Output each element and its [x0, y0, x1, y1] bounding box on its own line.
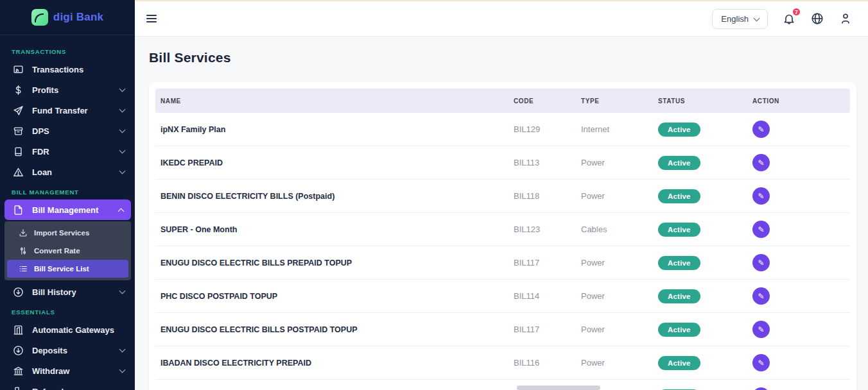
- cell-type: Cables: [576, 225, 653, 234]
- cell-status: Active: [653, 223, 747, 237]
- table-row: SUPER - One MonthBIL123CablesActive✎: [155, 213, 850, 246]
- menu-toggle-icon[interactable]: [146, 13, 157, 24]
- sidebar-item-transactions[interactable]: Transactions: [0, 59, 135, 80]
- language-label: English: [721, 14, 749, 24]
- cell-action: ✎: [747, 387, 850, 390]
- pencil-icon: ✎: [758, 225, 764, 234]
- horizontal-scrollbar-thumb[interactable]: [517, 386, 600, 390]
- status-badge: Active: [658, 356, 700, 370]
- bill-services-card: NAME CODE TYPE STATUS ACTION ipNX Family…: [149, 82, 856, 390]
- status-badge: Active: [658, 256, 700, 270]
- dollar-icon: [13, 85, 24, 96]
- cell-action: ✎: [747, 121, 850, 138]
- cell-action: ✎: [747, 254, 850, 271]
- topbar-actions: English 7: [712, 9, 853, 29]
- edit-button[interactable]: ✎: [752, 187, 770, 205]
- cell-type: Power: [576, 158, 653, 167]
- edit-button[interactable]: ✎: [752, 354, 770, 371]
- sidebar-item-label: Automatic Gateways: [32, 325, 125, 335]
- notifications-button[interactable]: 7: [782, 12, 796, 26]
- logo[interactable]: digi Bank: [0, 0, 135, 35]
- table-row: PHC DISCO POSTPAID TOPUPBIL114PowerActiv…: [155, 280, 850, 313]
- cell-name: ENUGU DISCO ELECTRIC BILLS PREPAID TOPUP: [155, 259, 508, 267]
- cell-code: BIL114: [508, 291, 576, 301]
- edit-button[interactable]: ✎: [752, 254, 770, 271]
- profile-button[interactable]: [838, 12, 853, 26]
- column-header-status: STATUS: [653, 98, 747, 105]
- status-badge: Active: [658, 289, 700, 303]
- sidebar-item-deposits[interactable]: Deposits: [0, 340, 135, 360]
- sidebar-item-bill-management[interactable]: Bill Management: [4, 199, 131, 220]
- brand-name: digi Bank: [53, 11, 103, 24]
- table-row: ipNX Family PlanBIL129InternetActive✎: [155, 113, 850, 146]
- sidebar-subitem-bill-service-list[interactable]: Bill Service List: [7, 260, 128, 278]
- status-badge: Active: [658, 156, 700, 170]
- site-link-button[interactable]: [810, 12, 824, 26]
- sidebar-item-label: Bill History: [32, 287, 112, 297]
- sidebar-item-loan[interactable]: Loan: [0, 162, 135, 182]
- history-icon: [13, 287, 24, 298]
- sidebar-item-fund-transfer[interactable]: Fund Transfer: [0, 100, 135, 121]
- pencil-icon: ✎: [758, 359, 764, 368]
- cell-status: Active: [653, 323, 747, 337]
- sidebar-item-fdr[interactable]: FDR: [0, 141, 135, 162]
- edit-button[interactable]: ✎: [752, 154, 770, 171]
- archive-icon: [13, 126, 24, 137]
- brand-logo-icon: [31, 9, 48, 26]
- sidebar-item-label: Loan: [32, 167, 112, 177]
- cell-action: ✎: [747, 287, 850, 305]
- deposit-icon: [13, 345, 24, 356]
- sidebar-item-referral[interactable]: Referral: [0, 381, 135, 390]
- sidebar-item-automatic-gateways[interactable]: Automatic Gateways: [0, 319, 135, 340]
- content: Bill Services NAME CODE TYPE STATUS ACTI…: [135, 36, 868, 390]
- user-icon: [839, 12, 852, 25]
- sidebar-subitem-label: Import Services: [34, 229, 89, 237]
- edit-button[interactable]: ✎: [752, 221, 770, 238]
- chevron-down-icon: [754, 15, 760, 21]
- pencil-icon: ✎: [758, 158, 764, 167]
- column-header-type: TYPE: [576, 98, 653, 105]
- sidebar-item-label: Fund Transfer: [32, 106, 112, 115]
- sidebar-item-label: Bill Management: [32, 205, 110, 215]
- cell-status: Active: [653, 189, 747, 203]
- column-header-name: NAME: [155, 98, 508, 105]
- sidebar: digi Bank TRANSACTIONSTransactionsProfit…: [0, 0, 135, 390]
- book-icon: [13, 146, 24, 157]
- bill-services-table: NAME CODE TYPE STATUS ACTION ipNX Family…: [155, 89, 850, 390]
- bank-icon: [13, 366, 24, 377]
- page-title: Bill Services: [149, 50, 856, 65]
- table-row: ENUGU DISCO ELECTRIC BILLS POSTPAID TOPU…: [155, 313, 850, 346]
- pencil-icon: ✎: [758, 292, 764, 301]
- chevron-down-icon: [119, 127, 126, 133]
- sidebar-subitem-convert-rate[interactable]: Convert Rate: [4, 242, 131, 260]
- cell-action: ✎: [747, 154, 850, 171]
- table-body: ipNX Family PlanBIL129InternetActive✎IKE…: [155, 113, 850, 390]
- file-icon: [13, 205, 24, 216]
- cell-name: BENIN DISCO ELECTRICITY BILLS (Postpaid): [155, 192, 508, 201]
- edit-button[interactable]: ✎: [752, 287, 770, 305]
- cell-code: BIL117: [508, 325, 576, 334]
- sidebar-subitem-import-services[interactable]: Import Services: [4, 224, 131, 242]
- sidebar-subitem-label: Convert Rate: [34, 247, 80, 255]
- chevron-down-icon: [119, 148, 126, 154]
- edit-button[interactable]: ✎: [752, 121, 770, 138]
- edit-button[interactable]: ✎: [752, 387, 770, 390]
- pencil-icon: ✎: [758, 125, 764, 134]
- chevron-down-icon: [119, 346, 126, 353]
- sidebar-item-dps[interactable]: DPS: [0, 121, 135, 141]
- cast-icon: [13, 64, 24, 75]
- edit-button[interactable]: ✎: [752, 321, 770, 338]
- cell-type: Power: [576, 258, 653, 267]
- sidebar-item-withdraw[interactable]: Withdraw: [0, 360, 135, 381]
- sidebar-item-bill-history[interactable]: Bill History: [0, 282, 135, 302]
- sidebar-item-label: Profits: [32, 85, 112, 95]
- cell-name: IBADAN DISCO ELECTRICITY PREPAID: [155, 359, 508, 368]
- cell-action: ✎: [747, 354, 850, 371]
- sidebar-item-profits[interactable]: Profits: [0, 80, 135, 100]
- pencil-icon: ✎: [758, 192, 764, 201]
- language-select[interactable]: English: [712, 9, 768, 29]
- cell-name: PHC DISCO POSTPAID TOPUP: [155, 292, 508, 301]
- status-badge: Active: [658, 323, 700, 337]
- gateway-icon: [13, 325, 24, 335]
- cell-name: ENUGU DISCO ELECTRIC BILLS POSTPAID TOPU…: [155, 325, 508, 334]
